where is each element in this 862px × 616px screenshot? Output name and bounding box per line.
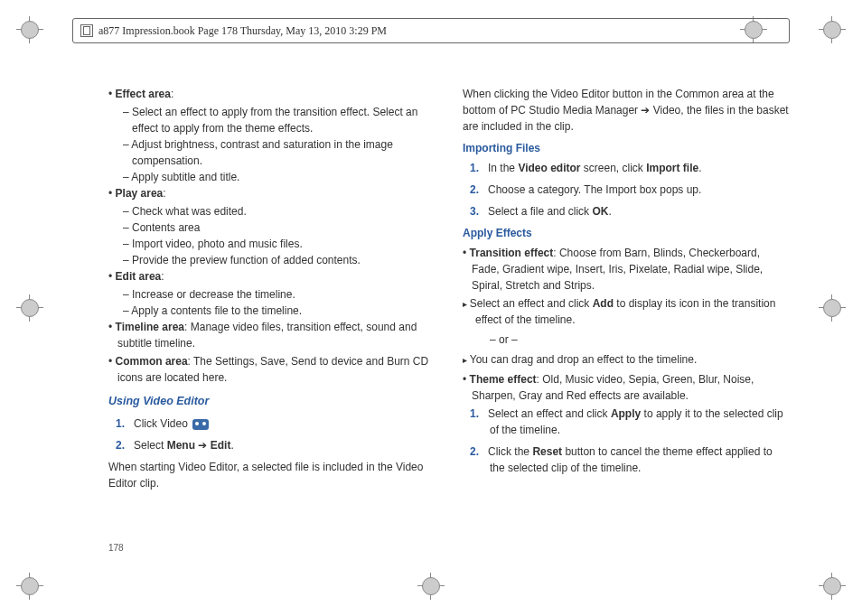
transition-effect: Transition effect: Choose from Barn, Bli… (463, 245, 790, 294)
play-item-4: Provide the preview function of added co… (123, 252, 436, 268)
or-divider: – or – (490, 331, 790, 348)
step-2: 2.Select Menu ➔ Edit. (116, 437, 436, 453)
timeline-area: Timeline area: Manage video files, trans… (108, 319, 436, 351)
arrow-drag-drop: You can drag and drop an effect to the t… (463, 351, 790, 368)
effect-item-2: Adjust brightness, contrast and saturati… (123, 136, 436, 169)
page-header-bar: a877 Impression.book Page 178 Thursday, … (72, 18, 790, 43)
import-step-1: 1.In the Video editor screen, click Impo… (470, 160, 790, 176)
play-item-2: Contents area (123, 219, 436, 236)
effect-item-1: Select an effect to apply from the trans… (123, 104, 436, 136)
play-item-3: Import video, photo and music files. (123, 236, 436, 252)
crop-mark-bc (417, 573, 445, 600)
page-number: 178 (108, 543, 124, 553)
intro-paragraph: When clicking the Video Editor button in… (463, 86, 790, 135)
book-icon (80, 24, 93, 37)
effect-item-3: Apply subtitle and title. (123, 169, 436, 185)
edit-area: Edit area: (108, 268, 436, 285)
apply-effects-heading: Apply Effects (463, 225, 790, 241)
left-column: Effect area: Select an effect to apply f… (108, 86, 436, 562)
crop-mark-tl (16, 16, 43, 43)
edit-item-1: Increase or decrease the timeline. (123, 286, 436, 303)
arrow-select-add: Select an effect and click Add to displa… (463, 295, 790, 328)
using-video-editor-heading: Using Video Editor (108, 393, 436, 410)
theme-step-1: 1.Select an effect and click Apply to ap… (470, 406, 790, 438)
video-icon (192, 419, 209, 430)
starting-paragraph: When starting Video Editor, a selected f… (108, 459, 436, 491)
crop-mark-ml (16, 294, 43, 322)
page-content: Effect area: Select an effect to apply f… (108, 86, 790, 562)
play-item-1: Check what was edited. (123, 203, 436, 219)
common-area: Common area: The Settings, Save, Send to… (108, 353, 436, 386)
right-column: When clicking the Video Editor button in… (463, 86, 790, 562)
theme-effect: Theme effect: Old, Music video, Sepia, G… (463, 371, 790, 404)
importing-files-heading: Importing Files (463, 140, 790, 156)
crop-mark-br (819, 573, 846, 600)
theme-step-2: 2.Click the Reset button to cancel the t… (470, 443, 790, 476)
import-step-3: 3.Select a file and click OK. (470, 203, 790, 219)
step-1: 1.Click Video (116, 415, 436, 432)
edit-item-2: Apply a contents file to the timeline. (123, 303, 436, 319)
crop-mark-mr (819, 294, 846, 322)
crop-mark-tr (819, 16, 846, 43)
crop-mark-bl (16, 573, 43, 600)
import-step-2: 2.Choose a category. The Import box pops… (470, 182, 790, 198)
play-area: Play area: (108, 185, 436, 201)
effect-area: Effect area: (108, 86, 436, 102)
header-text: a877 Impression.book Page 178 Thursday, … (98, 24, 387, 38)
